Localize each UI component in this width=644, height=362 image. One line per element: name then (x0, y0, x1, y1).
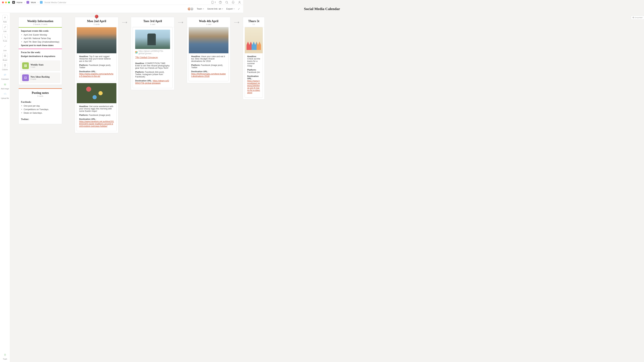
events-list: April 2nd: Easter Monday April 6th: Nati… (21, 34, 60, 43)
destination-link[interactable]: https://www.snaptrip.com/c/activity/top-… (79, 73, 113, 77)
day-board-monday[interactable]: Mon 2nd April 2 cards Headline: Top 5 ra… (75, 17, 118, 133)
weekly-info-board[interactable]: Weekly Information 2 boards, 2 cards Imp… (18, 17, 62, 85)
export-dropdown[interactable]: Export▼ (226, 7, 235, 10)
board-subtitle: 2 cards (78, 23, 116, 25)
upload-file-tool[interactable]: Upload file (1, 91, 9, 99)
section-title: Important events this week: (21, 30, 60, 32)
pushpin-icon (94, 15, 99, 20)
window-controls (2, 1, 10, 3)
day-board-wednesday[interactable]: Weds 4th April 1 card Headline: Have you… (187, 17, 230, 83)
note-tool[interactable]: Note (1, 15, 9, 23)
svg-point-4 (226, 1, 228, 3)
maximize-window-button[interactable] (8, 1, 10, 3)
card-image (77, 27, 116, 53)
svg-rect-15 (4, 64, 6, 66)
board-subtitle: 1 card (190, 23, 228, 25)
day-board-thursday[interactable]: Thurs 5t 1 c Headline: Check out the tow… (243, 17, 243, 99)
posting-notes-board[interactable]: Posting notes 3 cards Facebook: One post… (18, 88, 62, 124)
favicon-icon (135, 51, 138, 53)
svg-line-5 (228, 3, 228, 4)
section-title: Focus for the week: (21, 51, 60, 54)
fb-rules-list: One post per day. Competitions on Tuesda… (21, 105, 60, 114)
arrow-connector (234, 17, 240, 24)
destination-link[interactable]: https://thriftynomads.com/best-budget-de… (191, 73, 226, 77)
expand-icon[interactable]: ⤢ (238, 7, 240, 10)
list-item: Competitions on Tuesdays. (24, 108, 60, 111)
svg-point-27 (26, 78, 26, 78)
day-board-tuesday[interactable]: Tues 3rd April 1 card https://gleam.io/D… (131, 17, 174, 90)
content-card[interactable]: Headline: Get some wanderlust with your … (77, 83, 116, 131)
content-card[interactable]: Headline: Top 5 raw and rugged #beaches … (77, 27, 116, 81)
board-icon (40, 1, 42, 4)
tool-sidebar: Note Link To-do Line Board Column Commen… (0, 13, 10, 137)
arrow-connector (122, 17, 128, 24)
list-item: April 6th: National Tartan Day (24, 37, 60, 39)
search-icon[interactable] (225, 1, 228, 4)
add-image-tool[interactable]: Add image (1, 82, 9, 90)
weekly-stats-card[interactable]: Weekly Stats1 card (20, 60, 60, 71)
close-window-button[interactable] (2, 1, 4, 3)
ideas-backlog-card[interactable]: New Ideas Backlog0 cards (20, 72, 60, 83)
home-icon: M (12, 1, 15, 4)
board-canvas[interactable]: 0 Unsorted Weekly Information 2 boards, … (10, 13, 243, 137)
avatar (190, 7, 194, 11)
chevron-down-icon: ▼ (203, 8, 204, 10)
comment-tool[interactable]: Comment (1, 72, 9, 80)
chevron-right-icon: › (24, 1, 25, 4)
chevron-down-icon: ▼ (222, 8, 224, 10)
board-subtitle: 2 boards, 2 cards (21, 23, 59, 25)
svg-point-3 (220, 3, 220, 3)
svg-rect-20 (24, 64, 26, 67)
breadcrumb-home[interactable]: Home (16, 1, 22, 4)
board-title: Weekly Information (21, 19, 59, 23)
team-avatars[interactable] (187, 7, 194, 11)
destination-link[interactable]: https://www.travelsim.net.au/blog/2018/0… (79, 120, 114, 127)
svg-point-6 (239, 1, 240, 2)
link-title[interactable]: 70k Gimbal Giveaway (133, 56, 172, 60)
backlog-icon (22, 74, 29, 81)
team-dropdown[interactable]: Team▼ (197, 7, 204, 10)
user-icon[interactable] (238, 1, 241, 4)
svg-line-12 (4, 45, 6, 47)
svg-marker-29 (126, 22, 127, 23)
content-card[interactable]: Headline: Have your cake and eat it too:… (189, 27, 228, 81)
section-title: Twitter: (21, 118, 60, 121)
board-title: Weds 4th April (190, 19, 228, 23)
page-header: Social Media Calendar Team▼ Secret link:… (0, 5, 243, 13)
board-subtitle: 1 card (134, 23, 172, 25)
board-tool[interactable]: Board (1, 53, 9, 61)
svg-marker-33 (238, 22, 239, 23)
arrow-connector (178, 17, 184, 24)
svg-marker-31 (182, 22, 183, 23)
chevron-right-icon: › (38, 1, 38, 4)
content-card[interactable]: https://gleam.io/D90hQ/70k-gimbal-giveaw… (133, 27, 172, 88)
list-item: April 2nd: Easter Monday (24, 34, 60, 36)
list-item: April 7th: Beer Day (#nationalbeerday) (24, 41, 60, 43)
chevron-down-icon: ▼ (233, 8, 235, 10)
board-subtitle: 3 cards (21, 95, 59, 97)
breadcrumb: M Home › Work › Social Media Calendar (12, 1, 66, 4)
devices-button[interactable]: 3 (211, 1, 216, 4)
list-item: One post per day. (24, 105, 60, 107)
tablet-icon (211, 1, 214, 4)
section-note: Special post to mark these dates (21, 44, 60, 46)
secret-link-toggle[interactable]: Secret link: on▼ (207, 7, 224, 10)
link-url-text: https://gleam.io/D90hQ/70k-gimbal-giveaw… (138, 50, 170, 55)
list-item: Deals on Saturdays. (24, 112, 60, 114)
todo-tool[interactable]: To-do (1, 34, 9, 42)
stats-icon (22, 62, 29, 69)
window-topbar: M Home › Work › Social Media Calendar 3 (0, 0, 243, 5)
card-image (189, 27, 228, 53)
board-title: Posting notes (21, 91, 59, 95)
column-tool[interactable]: Column (1, 63, 9, 70)
minimize-window-button[interactable] (5, 1, 7, 3)
bell-icon[interactable] (232, 1, 235, 4)
breadcrumb-current: Social Media Calendar (44, 1, 66, 4)
breadcrumb-work[interactable]: Work (31, 1, 36, 4)
line-tool[interactable]: Line (1, 43, 9, 51)
help-icon[interactable] (219, 1, 222, 4)
card-image (77, 83, 116, 103)
link-tool[interactable]: Link (1, 24, 9, 32)
folder-icon (26, 1, 29, 4)
focus-text: Budget destinations & staycations (21, 55, 60, 57)
